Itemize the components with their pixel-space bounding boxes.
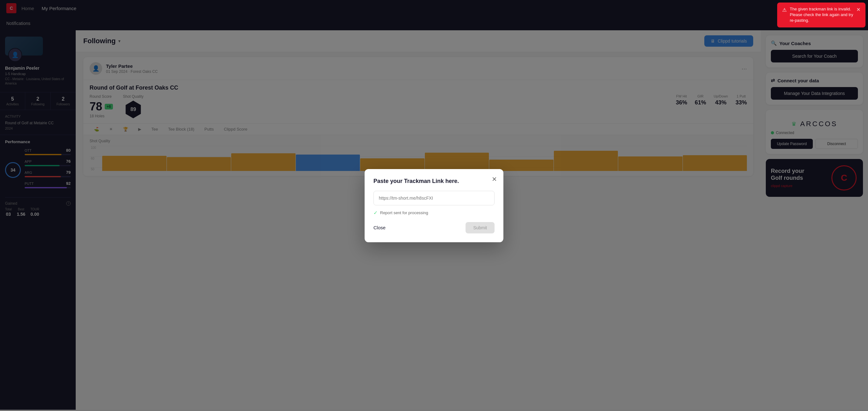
trackman-link-input[interactable] [373, 191, 495, 205]
success-text: Report sent for processing [380, 211, 428, 215]
modal-close-button[interactable]: Close [373, 225, 385, 230]
modal-actions: Close Submit [373, 222, 495, 233]
success-check-icon: ✓ [373, 210, 377, 216]
modal-overlay[interactable]: Paste your Trackman Link here. ✕ ✓ Repor… [0, 0, 868, 410]
error-toast: ⚠ The given trackman link is invalid. Pl… [777, 2, 866, 27]
trackman-modal: Paste your Trackman Link here. ✕ ✓ Repor… [365, 169, 503, 242]
toast-message: The given trackman link is invalid. Plea… [790, 6, 853, 24]
modal-title: Paste your Trackman Link here. [373, 178, 495, 185]
modal-success-message: ✓ Report sent for processing [373, 210, 495, 216]
warning-icon: ⚠ [782, 7, 786, 13]
modal-close-x-button[interactable]: ✕ [492, 176, 497, 183]
modal-submit-button[interactable]: Submit [466, 222, 495, 233]
toast-close-button[interactable]: ✕ [856, 6, 861, 13]
